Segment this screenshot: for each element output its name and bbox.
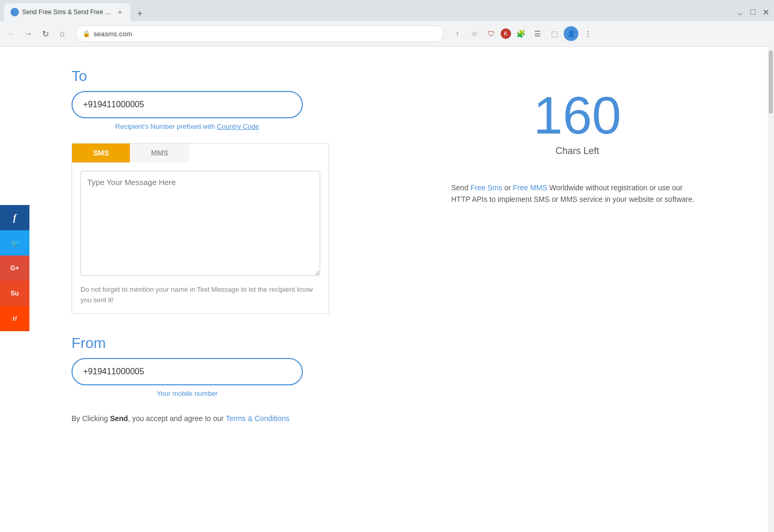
left-panel: To Recipient's Number prefixed with Coun… xyxy=(72,68,381,511)
reload-button[interactable]: ↻ xyxy=(38,26,53,41)
browser-chrome: Send Free Sms & Send Free MM ✕ + ⌵ □ ✕ ←… xyxy=(0,0,774,47)
to-input[interactable] xyxy=(72,91,303,118)
maximize-button[interactable]: □ xyxy=(749,8,757,16)
to-section: To Recipient's Number prefixed with Coun… xyxy=(72,68,381,130)
facebook-icon: f xyxy=(13,212,16,223)
tabs-body: Do not forget to mention your name in Te… xyxy=(72,162,329,314)
message-hint: Do not forget to mention your name in Te… xyxy=(80,284,320,305)
tabs-header: SMS MMS xyxy=(72,143,329,162)
tab-title: Send Free Sms & Send Free MM xyxy=(22,8,113,16)
reddit-icon: r/ xyxy=(13,315,17,322)
google-plus-share-button[interactable]: G+ xyxy=(0,255,29,281)
free-mms-link[interactable]: Free MMS xyxy=(513,183,547,192)
terms-link[interactable]: Terms & Conditions xyxy=(226,414,289,423)
close-button[interactable]: ✕ xyxy=(761,8,770,16)
mobile-hint: Your mobile number xyxy=(72,390,303,397)
chars-label: Chars Left xyxy=(555,146,599,157)
to-label: To xyxy=(72,68,381,85)
browser-tab-active[interactable]: Send Free Sms & Send Free MM ✕ xyxy=(4,3,130,21)
social-sidebar: f 🐦 G+ Su r/ xyxy=(0,205,29,331)
reddit-share-button[interactable]: r/ xyxy=(0,306,29,331)
facebook-share-button[interactable]: f xyxy=(0,205,29,230)
mms-tab-button[interactable]: MMS xyxy=(130,144,189,162)
url-text: seasms.com xyxy=(94,30,437,38)
minimize-button[interactable]: ⌵ xyxy=(736,8,745,16)
tab-close-button[interactable]: ✕ xyxy=(116,8,124,16)
stumbleupon-icon: Su xyxy=(11,290,18,297)
window-controls: ⌵ □ ✕ xyxy=(736,8,770,16)
forward-button[interactable]: → xyxy=(21,26,36,41)
browser-tabs: Send Free Sms & Send Free MM ✕ + xyxy=(4,3,736,21)
right-panel: 160 Chars Left Send Free Sms or Free MMS… xyxy=(423,68,732,511)
terms-send: Send xyxy=(110,414,128,423)
browser-toolbar: ← → ↻ ⌂ 🔒 seasms.com ↑ ☆ 🛡 K 🧩 ☰ ⬚ 👤 ⋮ xyxy=(0,21,774,46)
lock-icon: 🔒 xyxy=(83,30,90,37)
profile-avatar[interactable]: 👤 xyxy=(564,26,578,41)
home-button[interactable]: ⌂ xyxy=(55,26,69,41)
menu-button[interactable]: ⋮ xyxy=(580,26,595,41)
stumbleupon-share-button[interactable]: Su xyxy=(0,281,29,306)
message-tabs-container: SMS MMS Do not forget to mention your na… xyxy=(72,143,329,314)
description-text: Send Free Sms or Free MMS Worldwide with… xyxy=(451,182,704,206)
tab-favicon xyxy=(11,8,19,16)
terms-section: By Clicking Send, you accept and agree t… xyxy=(72,414,381,423)
chars-count: 160 xyxy=(534,89,622,141)
page-content: To Recipient's Number prefixed with Coun… xyxy=(29,47,774,532)
free-sms-link[interactable]: Free Sms xyxy=(471,183,503,192)
sms-tab-button[interactable]: SMS xyxy=(72,144,130,162)
google-plus-icon: G+ xyxy=(11,264,19,272)
to-hint: Recipient's Number prefixed with Country… xyxy=(72,122,303,130)
message-textarea[interactable] xyxy=(80,171,320,276)
back-button[interactable]: ← xyxy=(4,26,19,41)
to-hint-prefix: Recipient's Number prefixed with xyxy=(115,122,217,130)
bookmark-button[interactable]: ☆ xyxy=(467,26,482,41)
from-section: From Your mobile number xyxy=(72,335,381,397)
terms-middle: , you accept and agree to our xyxy=(128,414,226,423)
share-button[interactable]: ↑ xyxy=(450,26,465,41)
scrollbar[interactable] xyxy=(768,46,774,532)
toolbar-actions: ↑ ☆ 🛡 K 🧩 ☰ ⬚ 👤 ⋮ xyxy=(450,26,595,41)
new-tab-button[interactable]: + xyxy=(133,6,147,21)
scrollbar-thumb[interactable] xyxy=(769,50,773,114)
extensions-button[interactable]: 🧩 xyxy=(513,26,528,41)
twitter-icon: 🐦 xyxy=(11,239,19,247)
media-button[interactable]: ☰ xyxy=(530,26,545,41)
twitter-share-button[interactable]: 🐦 xyxy=(0,230,29,255)
sidebar-button[interactable]: ⬚ xyxy=(547,26,562,41)
from-input[interactable] xyxy=(72,358,303,385)
address-bar[interactable]: 🔒 seasms.com xyxy=(76,25,444,42)
terms-prefix: By Clicking xyxy=(72,414,110,423)
shield-icon[interactable]: 🛡 xyxy=(484,26,498,41)
country-code-link[interactable]: Country Code xyxy=(217,122,259,130)
browser-titlebar: Send Free Sms & Send Free MM ✕ + ⌵ □ ✕ xyxy=(0,0,774,21)
account-button[interactable]: K xyxy=(501,28,511,39)
from-label: From xyxy=(72,335,381,352)
